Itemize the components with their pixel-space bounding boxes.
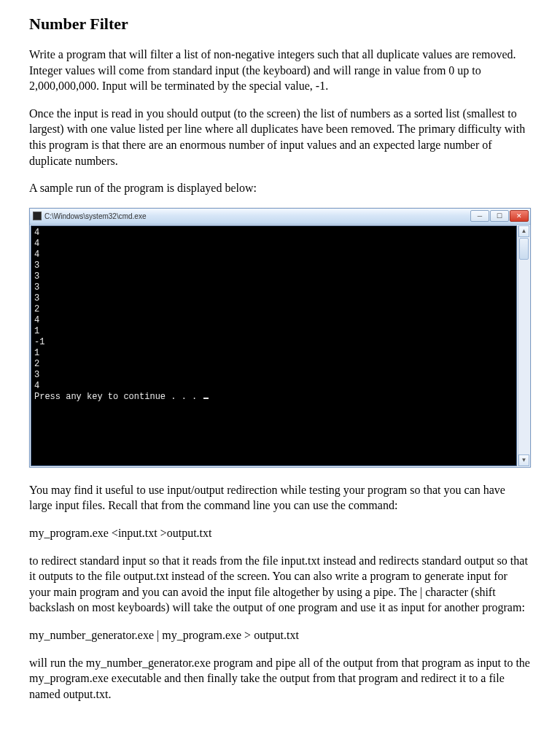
paragraph-intro-1: Write a program that will filter a list … [29, 47, 531, 94]
maximize-button[interactable]: ☐ [490, 210, 509, 222]
paragraph-redirect-explain: to redirect standard input so that it re… [29, 553, 531, 616]
console-scrollbar[interactable]: ▲ ▼ [518, 225, 529, 466]
console-title-text: C:\Windows\system32\cmd.exe [44, 212, 147, 220]
paragraph-sample-label: A sample run of the program is displayed… [29, 180, 531, 196]
window-controls: ─ ☐ ✕ [470, 210, 529, 222]
console-window: C:\Windows\system32\cmd.exe ─ ☐ ✕ 4 4 4 … [29, 208, 531, 468]
console-output: 4 4 4 3 3 3 3 2 4 1 -1 1 2 3 4 Press any… [31, 225, 517, 466]
scroll-down-arrow-icon[interactable]: ▼ [518, 454, 529, 466]
console-title-left: C:\Windows\system32\cmd.exe [33, 212, 147, 220]
paragraph-redirect-intro: You may find it useful to use input/outp… [29, 482, 531, 514]
command-line-example-1: my_program.exe <input.txt >output.txt [29, 525, 531, 541]
console-titlebar: C:\Windows\system32\cmd.exe ─ ☐ ✕ [30, 209, 530, 225]
console-app-icon [33, 212, 42, 220]
console-cursor [203, 398, 209, 399]
minimize-button[interactable]: ─ [470, 210, 489, 222]
paragraph-pipe-explain: will run the my_number_generator.exe pro… [29, 655, 531, 703]
console-body-wrap: 4 4 4 3 3 3 3 2 4 1 -1 1 2 3 4 Press any… [30, 225, 530, 467]
paragraph-intro-2: Once the input is read in you should out… [29, 106, 531, 169]
command-line-example-2: my_number_generator.exe | my_program.exe… [29, 627, 531, 643]
console-text: 4 4 4 3 3 3 3 2 4 1 -1 1 2 3 4 Press any… [34, 228, 202, 402]
scroll-up-arrow-icon[interactable]: ▲ [518, 225, 529, 237]
scroll-track[interactable] [518, 260, 529, 454]
page-title: Number Filter [29, 15, 531, 34]
scroll-thumb[interactable] [519, 238, 529, 260]
close-button[interactable]: ✕ [510, 210, 529, 222]
